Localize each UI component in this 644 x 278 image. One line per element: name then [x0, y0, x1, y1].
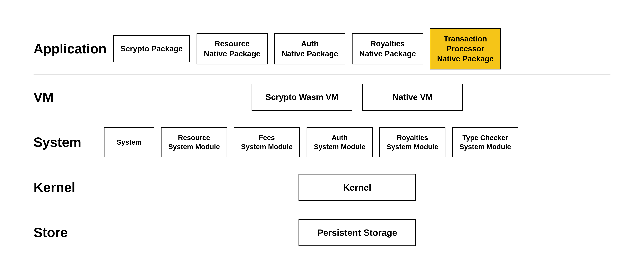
application-content: Scrypto Package ResourceNative Package A… [113, 28, 610, 70]
module-royalties-system-module: RoyaltiesSystem Module [379, 127, 446, 157]
layer-system: System System ResourceSystem Module Fees… [34, 120, 610, 165]
vm-label: VM [34, 90, 97, 105]
layer-kernel: Kernel Kernel [34, 165, 610, 210]
system-content: System ResourceSystem Module FeesSystem … [104, 127, 610, 157]
kernel-content: Kernel [104, 174, 610, 201]
diagram-container: Application Scrypto Package ResourceNati… [20, 13, 624, 265]
store-label: Store [34, 225, 97, 240]
store-content: Persistent Storage [104, 219, 610, 246]
application-label: Application [34, 41, 107, 56]
module-kernel: Kernel [298, 174, 416, 201]
module-transaction-processor-native-package: TransactionProcessorNative Package [430, 28, 501, 70]
layer-vm: VM Scrypto Wasm VM Native VM [34, 75, 610, 120]
layer-store: Store Persistent Storage [34, 210, 610, 255]
module-persistent-storage: Persistent Storage [298, 219, 416, 246]
layer-application: Application Scrypto Package ResourceNati… [34, 23, 610, 75]
module-resource-native-package: ResourceNative Package [196, 33, 268, 64]
module-auth-system-module: AuthSystem Module [306, 127, 373, 157]
system-label: System [34, 134, 97, 150]
module-scrypto-wasm-vm: Scrypto Wasm VM [252, 84, 352, 111]
kernel-label: Kernel [34, 180, 97, 195]
module-native-vm: Native VM [362, 84, 463, 111]
module-auth-native-package: AuthNative Package [274, 33, 346, 64]
module-resource-system-module: ResourceSystem Module [161, 127, 227, 157]
module-royalties-native-package: RoyaltiesNative Package [352, 33, 423, 64]
module-system: System [104, 127, 154, 157]
module-scrypto-package: Scrypto Package [113, 36, 190, 62]
vm-content: Scrypto Wasm VM Native VM [104, 84, 610, 111]
module-type-checker-system-module: Type CheckerSystem Module [452, 127, 518, 157]
module-fees-system-module: FeesSystem Module [234, 127, 300, 157]
